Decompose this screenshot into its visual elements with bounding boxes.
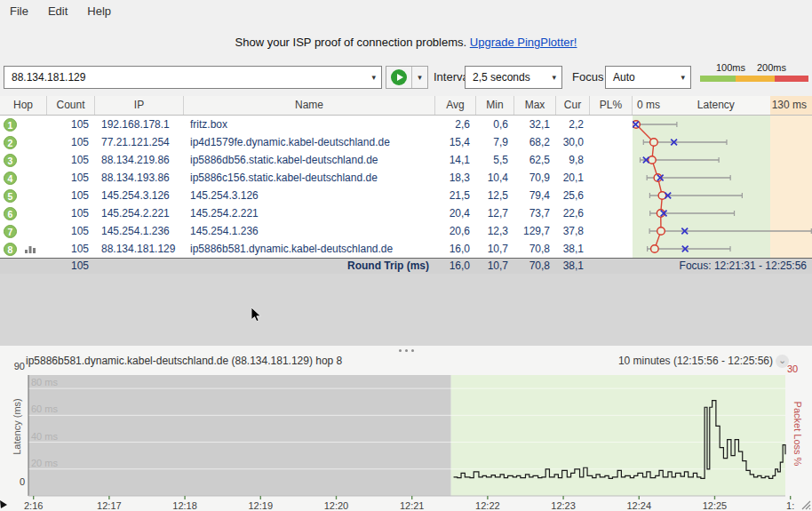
focus-value: Auto — [613, 71, 635, 84]
column-header-cur[interactable]: Cur — [556, 96, 590, 115]
cell-max: 32,1 — [514, 116, 556, 133]
summary-avg: 16,0 — [435, 259, 476, 274]
column-header-min[interactable]: Min — [476, 96, 514, 115]
timeline-range-selector[interactable]: 10 minutes (12:15:56 - 12:25:56) — [618, 355, 773, 367]
table-row[interactable]: 3 105 88.134.219.86 ip5886db56.static.ka… — [0, 151, 812, 169]
cell-ip: 145.254.2.221 — [95, 204, 184, 222]
cell-avg: 18,3 — [435, 169, 476, 187]
hop-badge: 1 — [4, 118, 17, 132]
cell-max: 70,8 — [514, 240, 556, 258]
column-header-hop[interactable]: Hop — [0, 96, 47, 115]
table-row[interactable]: 8 105 88.134.181.129 ip5886b581.dynamic.… — [0, 240, 812, 258]
hop-badge: 7 — [4, 225, 17, 238]
chevron-down-icon[interactable]: ▾ — [681, 67, 685, 88]
cell-avg: 2,6 — [435, 116, 476, 133]
cell-count: 105 — [47, 116, 95, 133]
column-header-name[interactable]: Name — [184, 96, 435, 115]
cell-min: 12,3 — [476, 222, 514, 240]
table-row[interactable]: 2 105 77.21.121.254 ip4d1579fe.dynamic.k… — [0, 133, 812, 151]
start-trace-dropdown-button[interactable]: ▾ — [412, 67, 427, 88]
cell-max: 79,4 — [514, 187, 556, 204]
column-header-max[interactable]: Max — [514, 96, 556, 115]
summary-min: 10,7 — [476, 259, 514, 274]
cell-count: 105 — [47, 204, 95, 222]
cell-cur: 22,6 — [556, 204, 590, 222]
cell-name: ip5886b581.dynamic.kabel-deutschland.de — [184, 240, 435, 258]
cell-name: fritz.box — [184, 116, 435, 133]
latency-scale-max: 130 ms — [772, 96, 812, 115]
cell-count: 105 — [47, 240, 95, 258]
cell-latency-graph — [633, 204, 812, 222]
splitter-handle[interactable] — [0, 346, 812, 354]
hop-badge: 8 — [4, 243, 17, 256]
chevron-down-icon[interactable]: ▾ — [371, 67, 376, 88]
interval-value: 2,5 seconds — [473, 71, 530, 84]
round-trip-summary-row[interactable]: 105 Round Trip (ms) 16,0 10,7 70,8 38,1 … — [0, 258, 812, 274]
timeline-panel: 20 ms40 ms60 ms80 ms2:1612:1712:1812:191… — [0, 354, 812, 511]
cell-pl — [590, 187, 633, 204]
table-row[interactable]: 6 105 145.254.2.221 145.254.2.221 20,4 1… — [0, 204, 812, 222]
summary-cur: 38,1 — [556, 259, 590, 274]
cell-pl — [590, 222, 633, 240]
menu-help[interactable]: Help — [77, 1, 121, 21]
cell-cur: 9,8 — [556, 151, 590, 169]
cell-pl — [590, 133, 633, 151]
cell-ip: 145.254.3.126 — [95, 187, 184, 204]
cell-name: 145.254.2.221 — [184, 204, 435, 222]
svg-text:2:16: 2:16 — [24, 500, 43, 511]
hop-badge: 5 — [4, 189, 17, 203]
table-row[interactable]: 5 105 145.254.3.126 145.254.3.126 21,5 1… — [0, 187, 812, 204]
cell-pl — [590, 204, 633, 222]
bar-chart-icon — [25, 244, 36, 253]
cell-count: 105 — [47, 151, 95, 169]
cell-cur: 30,0 — [556, 133, 590, 151]
hop-badge: 2 — [4, 136, 17, 149]
y-axis-min: 0 — [4, 476, 25, 487]
column-header-latency[interactable]: 0 ms Latency 130 ms — [633, 96, 812, 115]
cell-min: 7,9 — [476, 133, 514, 151]
menu-edit[interactable]: Edit — [38, 1, 77, 21]
cell-ip: 88.134.219.86 — [95, 151, 184, 169]
summary-max: 70,8 — [514, 259, 556, 274]
svg-text:12:21: 12:21 — [400, 500, 425, 511]
focus-label: Focus — [572, 66, 603, 89]
cell-count: 105 — [47, 222, 95, 240]
table-row[interactable]: 7 105 145.254.1.236 145.254.1.236 20,6 1… — [0, 222, 812, 240]
cell-max: 70,9 — [514, 169, 556, 187]
resize-grip-icon[interactable] — [800, 499, 811, 510]
cell-latency-graph — [633, 240, 812, 258]
trace-grid: Hop Count IP Name Avg Min Max Cur PL% 0 … — [0, 96, 812, 274]
cell-name: 145.254.3.126 — [184, 187, 435, 204]
interval-combobox[interactable]: 2,5 seconds ▾ — [465, 66, 562, 89]
cell-min: 12,7 — [476, 204, 514, 222]
focus-range-text: Focus: 12:21:31 - 12:25:56 — [633, 259, 812, 274]
chevron-down-icon[interactable]: ▾ — [552, 67, 556, 88]
cell-cur: 25,6 — [556, 187, 590, 204]
scale-200ms-label: 200ms — [757, 62, 786, 73]
cell-latency-graph — [633, 151, 812, 169]
right-axis-max: 30 — [787, 363, 798, 374]
timeline-chart[interactable]: 20 ms40 ms60 ms80 ms2:1612:1712:1812:191… — [0, 354, 812, 511]
column-header-pl[interactable]: PL% — [590, 96, 633, 115]
column-header-count[interactable]: Count — [47, 96, 95, 115]
cell-name: ip5886db56.static.kabel-deutschland.de — [184, 151, 435, 169]
table-row[interactable]: 4 105 88.134.193.86 ip5886c156.static.ka… — [0, 169, 812, 187]
table-row[interactable]: 1 105 192.168.178.1 fritz.box 2,6 0,6 32… — [0, 116, 812, 133]
grid-body: 1 105 192.168.178.1 fritz.box 2,6 0,6 32… — [0, 116, 812, 258]
focus-combobox[interactable]: Auto ▾ — [605, 66, 691, 89]
y-axis-max: 90 — [4, 361, 25, 371]
cell-min: 10,4 — [476, 169, 514, 187]
column-header-ip[interactable]: IP — [95, 96, 184, 115]
menu-file[interactable]: File — [0, 1, 38, 21]
start-trace-button[interactable] — [386, 67, 412, 88]
play-icon — [391, 69, 407, 85]
cell-name: 145.254.1.236 — [184, 222, 435, 240]
scale-gradient-bar — [700, 76, 808, 82]
target-address-combobox[interactable]: 88.134.181.129 ▾ — [4, 66, 382, 89]
upgrade-link[interactable]: Upgrade PingPlotter! — [470, 36, 577, 49]
cell-latency-graph — [633, 169, 812, 187]
cell-ip: 192.168.178.1 — [95, 116, 184, 133]
menu-bar: File Edit Help — [0, 0, 812, 21]
cell-name: ip5886c156.static.kabel-deutschland.de — [184, 169, 435, 187]
column-header-avg[interactable]: Avg — [435, 96, 476, 115]
